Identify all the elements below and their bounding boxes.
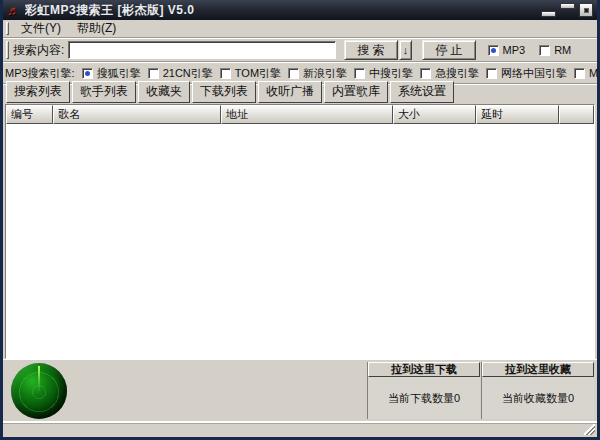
- download-drop-zone[interactable]: 拉到这里下载 当前下载数量0: [367, 362, 480, 419]
- format-mp3-radio[interactable]: MP3: [488, 44, 526, 56]
- search-label: 搜索内容:: [13, 42, 64, 59]
- close-icon: [584, 8, 589, 13]
- engine-sina-checkbox[interactable]: 新浪引擎: [288, 66, 347, 81]
- app-window: ♬ 彩虹MP3搜索王 [彬杰版] V5.0 文件(Y) 帮助(Z) 搜索内容: …: [0, 0, 600, 440]
- checkbox-icon: [82, 68, 93, 79]
- engine-tom-checkbox[interactable]: TOM引擎: [220, 66, 281, 81]
- tab-search-list[interactable]: 搜索列表: [6, 81, 70, 103]
- resize-grip[interactable]: [584, 424, 595, 435]
- column-song[interactable]: 歌名: [53, 105, 221, 124]
- engine-label: 网络中国引擎: [501, 66, 567, 81]
- bottom-panel: 拉到这里下载 当前下载数量0 拉到这里收藏 当前收藏数量0: [3, 359, 597, 421]
- close-button[interactable]: [579, 3, 593, 17]
- checkbox-icon: [574, 68, 585, 79]
- search-button[interactable]: 搜 索: [344, 40, 397, 60]
- engine-zhongsou-checkbox[interactable]: 中搜引擎: [354, 66, 413, 81]
- tab-radio[interactable]: 收听广播: [258, 81, 322, 103]
- title-bar[interactable]: ♬ 彩虹MP3搜索王 [彬杰版] V5.0: [3, 0, 597, 20]
- engine-label: 急搜引擎: [435, 66, 479, 81]
- column-number[interactable]: 编号: [6, 105, 53, 124]
- engine-label: 搜狐引擎: [97, 66, 141, 81]
- engine-label: 中搜引擎: [369, 66, 413, 81]
- app-music-note-icon: ♬: [7, 3, 20, 18]
- search-toolbar: 搜索内容: 搜 索 ↓ 停 止 MP3 RM: [3, 38, 597, 62]
- engine-row-label: MP3搜索引擎:: [5, 66, 75, 81]
- format-rm-label: RM: [554, 44, 571, 56]
- engine-label: 新浪引擎: [303, 66, 347, 81]
- arrow-down-icon: ↓: [403, 44, 409, 56]
- list-header: 编号 歌名 地址 大小 延时: [6, 105, 594, 124]
- list-body[interactable]: [6, 124, 594, 358]
- download-count-text: 当前下载数量0: [368, 377, 480, 419]
- maximize-button[interactable]: [560, 3, 575, 9]
- status-bar: [3, 421, 597, 437]
- radio-icon: [488, 45, 499, 56]
- checkbox-icon: [220, 68, 231, 79]
- tab-song-library[interactable]: 内置歌库: [324, 81, 388, 103]
- engine-label: MV搜索引擎: [589, 66, 600, 81]
- tab-settings[interactable]: 系统设置: [390, 81, 454, 103]
- menu-file[interactable]: 文件(Y): [13, 19, 69, 38]
- tab-favorites[interactable]: 收藏夹: [138, 81, 190, 103]
- checkbox-icon: [420, 68, 431, 79]
- tab-artist-list[interactable]: 歌手列表: [72, 81, 136, 103]
- search-input[interactable]: [68, 41, 336, 59]
- checkbox-icon: [486, 68, 497, 79]
- checkbox-icon: [288, 68, 299, 79]
- column-address[interactable]: 地址: [221, 105, 393, 124]
- engine-sohu-checkbox[interactable]: 搜狐引擎: [82, 66, 141, 81]
- checkbox-icon: [539, 45, 550, 56]
- result-list: 编号 歌名 地址 大小 延时: [5, 104, 595, 359]
- engine-chinanet-checkbox[interactable]: 网络中国引擎: [486, 66, 567, 81]
- engine-label: TOM引擎: [235, 66, 281, 81]
- checkbox-icon: [148, 68, 159, 79]
- engine-mv-checkbox[interactable]: MV搜索引擎: [574, 66, 600, 81]
- column-delay[interactable]: 延时: [476, 105, 559, 124]
- tab-download-list[interactable]: 下载列表: [192, 81, 256, 103]
- checkbox-icon: [354, 68, 365, 79]
- download-zone-header[interactable]: 拉到这里下载: [368, 362, 480, 377]
- favorite-count-text: 当前收藏数量0: [482, 377, 594, 419]
- search-dropdown-button[interactable]: ↓: [399, 40, 413, 60]
- favorite-drop-zone[interactable]: 拉到这里收藏 当前收藏数量0: [481, 362, 594, 419]
- radar-scan-icon[interactable]: [11, 363, 67, 419]
- minimize-button[interactable]: [541, 11, 556, 17]
- format-mp3-label: MP3: [503, 44, 526, 56]
- format-rm-checkbox[interactable]: RM: [539, 44, 571, 56]
- menu-help[interactable]: 帮助(Z): [69, 19, 124, 38]
- engine-21cn-checkbox[interactable]: 21CN引擎: [148, 66, 213, 81]
- tab-bar: 搜索列表 歌手列表 收藏夹 下载列表 收听广播 内置歌库 系统设置: [3, 84, 597, 103]
- radar-panel: [6, 362, 366, 419]
- toolbar-gripper[interactable]: [6, 22, 9, 35]
- window-title: 彩虹MP3搜索王 [彬杰版] V5.0: [25, 2, 537, 19]
- column-spacer: [559, 105, 594, 124]
- menu-bar: 文件(Y) 帮助(Z): [3, 20, 597, 38]
- column-size[interactable]: 大小: [393, 105, 476, 124]
- stop-button[interactable]: 停 止: [422, 40, 475, 60]
- favorite-zone-header[interactable]: 拉到这里收藏: [482, 362, 594, 377]
- engine-label: 21CN引擎: [163, 66, 213, 81]
- engine-jisou-checkbox[interactable]: 急搜引擎: [420, 66, 479, 81]
- format-options: MP3 RM: [488, 44, 572, 56]
- toolbar-gripper[interactable]: [6, 41, 9, 59]
